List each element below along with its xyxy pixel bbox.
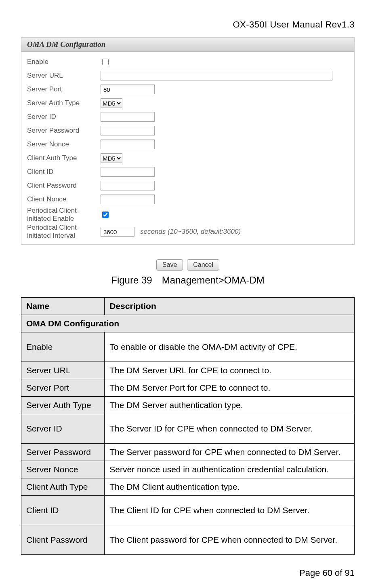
row-server-password: Server Password bbox=[27, 124, 349, 137]
label-periodical-enable: Periodical Client-initiated Enable bbox=[27, 207, 101, 222]
table-row: Server Nonce Server nonce used in authen… bbox=[21, 461, 355, 478]
label-server-port: Server Port bbox=[27, 85, 101, 93]
client-nonce-input[interactable] bbox=[101, 195, 155, 204]
client-auth-type-select[interactable]: MD5 bbox=[101, 153, 122, 163]
enable-checkbox[interactable] bbox=[102, 59, 109, 65]
figure-caption: Figure 39 Management>OMA-DM bbox=[21, 275, 355, 286]
server-id-input[interactable] bbox=[101, 112, 155, 122]
cell-name: Server ID bbox=[21, 414, 105, 444]
server-url-input[interactable] bbox=[101, 71, 332, 80]
form-rows: Enable Server URL Server Port Server Aut… bbox=[21, 52, 354, 244]
cell-desc: The DM Server Port for CPE to connect to… bbox=[105, 379, 355, 397]
interval-hint: seconds (10~3600, default:3600) bbox=[140, 228, 241, 236]
label-server-auth-type: Server Auth Type bbox=[27, 99, 101, 107]
label-periodical-interval: Periodical Client-initiated Interval bbox=[27, 224, 101, 239]
cell-desc: The DM Server URL for CPE to connect to. bbox=[105, 362, 355, 379]
col-header-name: Name bbox=[21, 298, 105, 315]
row-client-auth-type: Client Auth Type MD5 bbox=[27, 151, 349, 165]
page-footer: Page 60 of 91 bbox=[21, 568, 355, 578]
row-periodical-interval: Periodical Client-initiated Interval sec… bbox=[27, 223, 349, 240]
table-row: Server ID The Server ID for CPE when con… bbox=[21, 414, 355, 444]
cell-name: Client Auth Type bbox=[21, 478, 105, 496]
doc-header: OX-350I User Manual Rev1.3 bbox=[21, 19, 355, 30]
description-table: Name Description OMA DM Configuration En… bbox=[21, 297, 355, 555]
table-row: Server Auth Type The DM Server authentic… bbox=[21, 397, 355, 414]
cell-name: Client Password bbox=[21, 525, 105, 555]
row-server-auth-type: Server Auth Type MD5 bbox=[27, 96, 349, 110]
label-enable: Enable bbox=[27, 58, 101, 66]
table-row: Server Password The Server password for … bbox=[21, 444, 355, 461]
cell-desc: The Server ID for CPE when connected to … bbox=[105, 414, 355, 444]
cell-name: Server Auth Type bbox=[21, 397, 105, 414]
cell-desc: The DM Server authentication type. bbox=[105, 397, 355, 414]
table-row: Server URL The DM Server URL for CPE to … bbox=[21, 362, 355, 379]
section-row: OMA DM Configuration bbox=[21, 315, 355, 332]
panel-title: OMA DM Configuration bbox=[21, 38, 354, 52]
cell-desc: The DM Client authentication type. bbox=[105, 478, 355, 496]
row-server-id: Server ID bbox=[27, 110, 349, 124]
server-auth-type-select[interactable]: MD5 bbox=[101, 98, 122, 108]
label-client-id: Client ID bbox=[27, 168, 101, 176]
table-header-row: Name Description bbox=[21, 298, 355, 315]
cancel-button[interactable]: Cancel bbox=[187, 259, 219, 271]
table-row: Client Password The Client password for … bbox=[21, 525, 355, 555]
cell-desc: To enable or disable the OMA-DM activity… bbox=[105, 332, 355, 362]
cell-name: Server Port bbox=[21, 379, 105, 397]
cell-desc: The Client password for CPE when connect… bbox=[105, 525, 355, 555]
label-server-url: Server URL bbox=[27, 72, 101, 80]
label-server-nonce: Server Nonce bbox=[27, 140, 101, 148]
label-client-auth-type: Client Auth Type bbox=[27, 154, 101, 162]
periodical-interval-input[interactable] bbox=[101, 227, 134, 237]
section-title: OMA DM Configuration bbox=[21, 315, 355, 332]
row-server-url: Server URL bbox=[27, 69, 349, 82]
cell-desc: The Server password for CPE when connect… bbox=[105, 444, 355, 461]
row-server-nonce: Server Nonce bbox=[27, 137, 349, 151]
row-server-port: Server Port bbox=[27, 82, 349, 96]
server-port-input[interactable] bbox=[101, 85, 155, 94]
cell-name: Client ID bbox=[21, 496, 105, 525]
cell-name: Enable bbox=[21, 332, 105, 362]
table-row: Client Auth Type The DM Client authentic… bbox=[21, 478, 355, 496]
table-row: Enable To enable or disable the OMA-DM a… bbox=[21, 332, 355, 362]
row-client-nonce: Client Nonce bbox=[27, 192, 349, 206]
label-client-password: Client Password bbox=[27, 182, 101, 190]
table-row: Client ID The Client ID for CPE when con… bbox=[21, 496, 355, 525]
server-password-input[interactable] bbox=[101, 126, 155, 135]
cell-name: Server Nonce bbox=[21, 461, 105, 478]
save-button[interactable]: Save bbox=[156, 259, 183, 271]
client-password-input[interactable] bbox=[101, 181, 155, 190]
periodical-enable-checkbox[interactable] bbox=[102, 212, 109, 218]
row-client-password: Client Password bbox=[27, 179, 349, 192]
row-periodical-enable: Periodical Client-initiated Enable bbox=[27, 206, 349, 223]
row-client-id: Client ID bbox=[27, 165, 349, 179]
button-row: Save Cancel bbox=[21, 259, 355, 271]
label-client-nonce: Client Nonce bbox=[27, 195, 101, 203]
cell-desc: The Client ID for CPE when connected to … bbox=[105, 496, 355, 525]
client-id-input[interactable] bbox=[101, 167, 155, 177]
cell-name: Server URL bbox=[21, 362, 105, 379]
col-header-desc: Description bbox=[105, 298, 355, 315]
config-panel: OMA DM Configuration Enable Server URL S… bbox=[21, 37, 355, 245]
label-server-password: Server Password bbox=[27, 127, 101, 135]
label-server-id: Server ID bbox=[27, 113, 101, 121]
row-enable: Enable bbox=[27, 55, 349, 69]
cell-desc: Server nonce used in authentication cred… bbox=[105, 461, 355, 478]
server-nonce-input[interactable] bbox=[101, 140, 155, 149]
cell-name: Server Password bbox=[21, 444, 105, 461]
table-row: Server Port The DM Server Port for CPE t… bbox=[21, 379, 355, 397]
